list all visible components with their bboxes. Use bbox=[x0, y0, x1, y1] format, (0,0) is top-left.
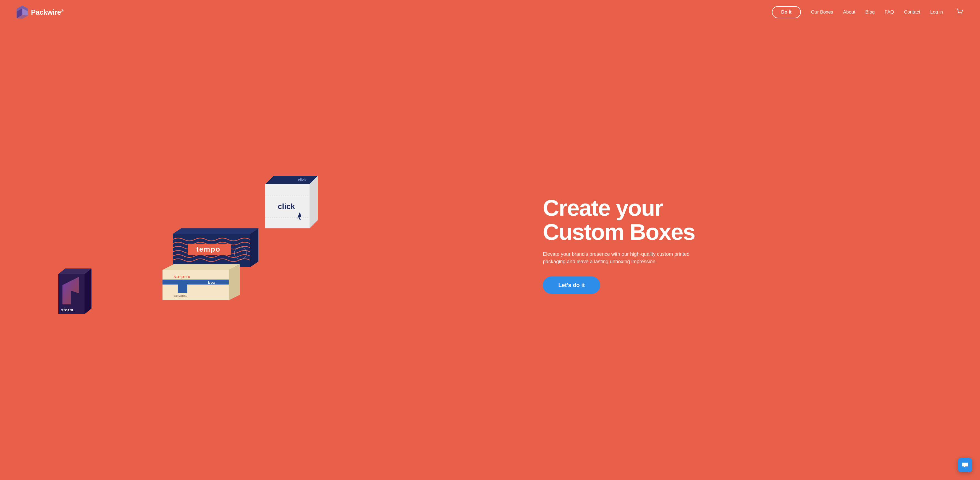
brands-section: Trusted by these brands Uber Microsoft bbox=[0, 477, 980, 480]
logo[interactable]: Packwire® bbox=[17, 6, 63, 19]
box-surprix: surprix box kaliyabox bbox=[162, 264, 240, 300]
hero-subtitle: Elevate your brand's presence with our h… bbox=[543, 250, 692, 265]
svg-rect-21 bbox=[178, 283, 188, 293]
main-nav: Do it Our Boxes About Blog FAQ Contact L… bbox=[772, 6, 964, 18]
nav-link-blog[interactable]: Blog bbox=[865, 10, 875, 15]
svg-text:box: box bbox=[208, 281, 215, 284]
nav-link-faq[interactable]: FAQ bbox=[885, 10, 894, 15]
svg-marker-11 bbox=[250, 228, 258, 267]
hero-cta-button[interactable]: Let's do it bbox=[543, 276, 600, 294]
svg-text:storm.: storm. bbox=[61, 308, 75, 312]
hero-title: Create your Custom Boxes bbox=[543, 196, 963, 244]
svg-marker-17 bbox=[229, 264, 240, 300]
box-tempo: tempo bbox=[173, 228, 258, 267]
svg-text:click: click bbox=[278, 202, 295, 211]
chat-bubble-button[interactable] bbox=[958, 458, 972, 472]
box-group: click click bbox=[17, 173, 537, 317]
hero-boxes-area: click click bbox=[17, 173, 537, 317]
nav-link-about[interactable]: About bbox=[843, 10, 855, 15]
svg-rect-18 bbox=[162, 279, 229, 284]
svg-text:click: click bbox=[298, 178, 307, 182]
cart-icon[interactable] bbox=[956, 8, 963, 17]
hero-section: click click bbox=[0, 24, 980, 477]
svg-marker-2 bbox=[265, 176, 318, 184]
box-storm: storm. bbox=[58, 268, 91, 314]
svg-marker-4 bbox=[310, 176, 318, 228]
hero-content: Create your Custom Boxes Elevate your br… bbox=[537, 196, 963, 293]
svg-rect-15 bbox=[162, 270, 229, 300]
svg-marker-16 bbox=[162, 264, 240, 270]
do-it-button[interactable]: Do it bbox=[772, 6, 801, 18]
chat-icon bbox=[961, 461, 969, 469]
logo-icon bbox=[17, 6, 28, 19]
svg-text:tempo: tempo bbox=[196, 245, 221, 253]
svg-marker-25 bbox=[84, 268, 91, 314]
svg-text:surprix: surprix bbox=[173, 274, 191, 279]
header: Packwire® Do it Our Boxes About Blog FAQ… bbox=[0, 0, 980, 24]
box-click: click click bbox=[257, 173, 318, 234]
svg-point-0 bbox=[959, 14, 959, 14]
nav-link-our-boxes[interactable]: Our Boxes bbox=[811, 10, 833, 15]
svg-text:kaliyabox: kaliyabox bbox=[173, 294, 188, 298]
logo-text: Packwire® bbox=[31, 8, 63, 17]
svg-marker-10 bbox=[173, 228, 258, 234]
svg-point-1 bbox=[961, 14, 962, 14]
nav-link-contact[interactable]: Contact bbox=[904, 10, 920, 15]
nav-link-login[interactable]: Log in bbox=[930, 10, 943, 15]
